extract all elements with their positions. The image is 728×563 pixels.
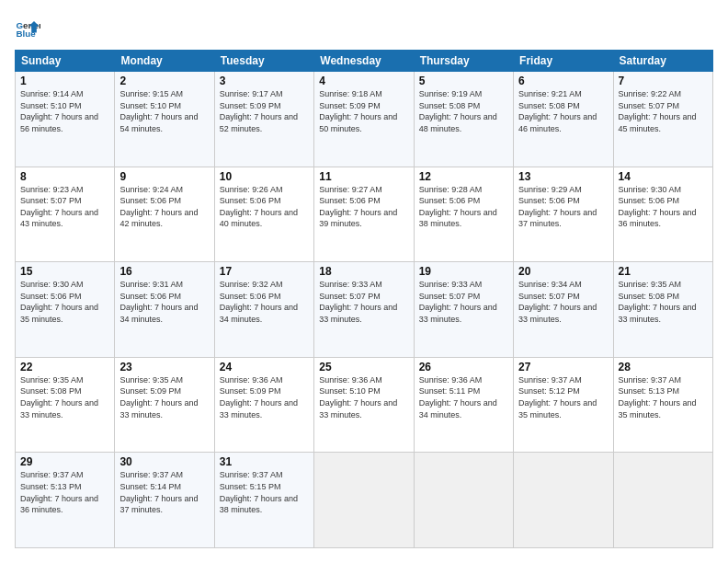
calendar-cell: 20 Sunrise: 9:34 AMSunset: 5:07 PMDaylig… [514, 262, 613, 358]
day-number: 10 [220, 170, 309, 183]
day-number: 23 [119, 361, 209, 373]
day-number: 29 [20, 455, 109, 468]
day-number: 31 [220, 455, 309, 468]
calendar-table: SundayMondayTuesdayWednesdayThursdayFrid… [15, 50, 713, 548]
calendar-cell: 4 Sunrise: 9:18 AMSunset: 5:09 PMDayligh… [314, 72, 414, 167]
calendar-cell [314, 453, 414, 548]
calendar-cell: 24 Sunrise: 9:36 AMSunset: 5:09 PMDaylig… [214, 357, 313, 453]
calendar-cell [414, 453, 513, 548]
day-info: Sunrise: 9:33 AMSunset: 5:07 PMDaylight:… [319, 280, 397, 324]
calendar-cell: 6 Sunrise: 9:21 AMSunset: 5:08 PMDayligh… [514, 72, 613, 167]
calendar-cell: 31 Sunrise: 9:37 AMSunset: 5:15 PMDaylig… [214, 453, 313, 548]
day-info: Sunrise: 9:35 AMSunset: 5:08 PMDaylight:… [619, 280, 697, 324]
day-info: Sunrise: 9:30 AMSunset: 5:06 PMDaylight:… [619, 185, 697, 229]
day-info: Sunrise: 9:21 AMSunset: 5:08 PMDaylight:… [518, 89, 597, 133]
day-info: Sunrise: 9:30 AMSunset: 5:06 PMDaylight:… [20, 280, 98, 324]
day-info: Sunrise: 9:24 AMSunset: 5:06 PMDaylight:… [119, 185, 198, 229]
calendar-cell: 8 Sunrise: 9:23 AMSunset: 5:07 PMDayligh… [16, 167, 115, 262]
day-number: 22 [20, 361, 109, 373]
calendar-cell: 27 Sunrise: 9:37 AMSunset: 5:12 PMDaylig… [514, 357, 613, 453]
day-info: Sunrise: 9:36 AMSunset: 5:11 PMDaylight:… [419, 375, 497, 419]
day-info: Sunrise: 9:37 AMSunset: 5:15 PMDaylight:… [220, 470, 298, 514]
day-info: Sunrise: 9:35 AMSunset: 5:08 PMDaylight:… [20, 375, 98, 419]
day-number: 17 [220, 265, 309, 278]
day-number: 1 [20, 75, 109, 87]
day-number: 5 [419, 75, 508, 87]
day-number: 6 [518, 75, 608, 87]
calendar-cell: 10 Sunrise: 9:26 AMSunset: 5:06 PMDaylig… [214, 167, 313, 262]
header: G eneral Blue [15, 15, 713, 40]
weekday-header-friday: Friday [514, 51, 613, 72]
day-info: Sunrise: 9:23 AMSunset: 5:07 PMDaylight:… [20, 185, 98, 229]
weekday-header-monday: Monday [115, 51, 214, 72]
day-info: Sunrise: 9:37 AMSunset: 5:14 PMDaylight:… [119, 470, 198, 514]
calendar-cell: 11 Sunrise: 9:27 AMSunset: 5:06 PMDaylig… [314, 167, 414, 262]
day-number: 26 [419, 361, 508, 373]
day-number: 4 [319, 75, 408, 87]
calendar-cell [514, 453, 613, 548]
day-info: Sunrise: 9:34 AMSunset: 5:07 PMDaylight:… [518, 280, 597, 324]
calendar-cell: 29 Sunrise: 9:37 AMSunset: 5:13 PMDaylig… [16, 453, 115, 548]
day-info: Sunrise: 9:32 AMSunset: 5:06 PMDaylight:… [220, 280, 298, 324]
day-info: Sunrise: 9:33 AMSunset: 5:07 PMDaylight:… [419, 280, 497, 324]
day-info: Sunrise: 9:18 AMSunset: 5:09 PMDaylight:… [319, 89, 397, 133]
day-number: 11 [319, 170, 408, 183]
weekday-header-saturday: Saturday [613, 51, 712, 72]
calendar-cell: 2 Sunrise: 9:15 AMSunset: 5:10 PMDayligh… [115, 72, 214, 167]
day-number: 30 [119, 455, 209, 468]
weekday-header-sunday: Sunday [16, 51, 115, 72]
calendar-cell: 12 Sunrise: 9:28 AMSunset: 5:06 PMDaylig… [414, 167, 513, 262]
calendar-cell: 13 Sunrise: 9:29 AMSunset: 5:06 PMDaylig… [514, 167, 613, 262]
weekday-header-thursday: Thursday [414, 51, 513, 72]
day-number: 25 [319, 361, 408, 373]
day-number: 18 [319, 265, 408, 278]
day-info: Sunrise: 9:36 AMSunset: 5:10 PMDaylight:… [319, 375, 397, 419]
day-number: 21 [619, 265, 708, 278]
day-info: Sunrise: 9:22 AMSunset: 5:07 PMDaylight:… [619, 89, 697, 133]
day-info: Sunrise: 9:37 AMSunset: 5:13 PMDaylight:… [619, 375, 697, 419]
logo: G eneral Blue [15, 15, 44, 40]
calendar-page: G eneral Blue SundayMondayTuesdayWednesd… [0, 0, 728, 563]
calendar-cell: 23 Sunrise: 9:35 AMSunset: 5:09 PMDaylig… [115, 357, 214, 453]
day-info: Sunrise: 9:17 AMSunset: 5:09 PMDaylight:… [220, 89, 298, 133]
calendar-cell: 30 Sunrise: 9:37 AMSunset: 5:14 PMDaylig… [115, 453, 214, 548]
calendar-cell: 15 Sunrise: 9:30 AMSunset: 5:06 PMDaylig… [16, 262, 115, 358]
day-info: Sunrise: 9:29 AMSunset: 5:06 PMDaylight:… [518, 185, 597, 229]
calendar-cell: 26 Sunrise: 9:36 AMSunset: 5:11 PMDaylig… [414, 357, 513, 453]
day-info: Sunrise: 9:37 AMSunset: 5:12 PMDaylight:… [518, 375, 597, 419]
calendar-cell: 1 Sunrise: 9:14 AMSunset: 5:10 PMDayligh… [16, 72, 115, 167]
day-number: 2 [119, 75, 209, 87]
calendar-cell: 22 Sunrise: 9:35 AMSunset: 5:08 PMDaylig… [16, 357, 115, 453]
calendar-cell: 25 Sunrise: 9:36 AMSunset: 5:10 PMDaylig… [314, 357, 414, 453]
calendar-cell: 14 Sunrise: 9:30 AMSunset: 5:06 PMDaylig… [613, 167, 712, 262]
day-info: Sunrise: 9:36 AMSunset: 5:09 PMDaylight:… [220, 375, 298, 419]
day-info: Sunrise: 9:26 AMSunset: 5:06 PMDaylight:… [220, 185, 298, 229]
calendar-cell: 9 Sunrise: 9:24 AMSunset: 5:06 PMDayligh… [115, 167, 214, 262]
calendar-cell: 7 Sunrise: 9:22 AMSunset: 5:07 PMDayligh… [613, 72, 712, 167]
day-number: 15 [20, 265, 109, 278]
day-info: Sunrise: 9:28 AMSunset: 5:06 PMDaylight:… [419, 185, 497, 229]
calendar-cell: 28 Sunrise: 9:37 AMSunset: 5:13 PMDaylig… [613, 357, 712, 453]
calendar-cell: 5 Sunrise: 9:19 AMSunset: 5:08 PMDayligh… [414, 72, 513, 167]
calendar-cell [613, 453, 712, 548]
day-number: 16 [119, 265, 209, 278]
day-info: Sunrise: 9:27 AMSunset: 5:06 PMDaylight:… [319, 185, 397, 229]
calendar-cell: 3 Sunrise: 9:17 AMSunset: 5:09 PMDayligh… [214, 72, 313, 167]
day-number: 20 [518, 265, 608, 278]
weekday-header-tuesday: Tuesday [214, 51, 313, 72]
day-number: 13 [518, 170, 608, 183]
day-number: 8 [20, 170, 109, 183]
day-info: Sunrise: 9:35 AMSunset: 5:09 PMDaylight:… [119, 375, 198, 419]
day-number: 7 [619, 75, 708, 87]
day-info: Sunrise: 9:14 AMSunset: 5:10 PMDaylight:… [20, 89, 98, 133]
day-number: 3 [220, 75, 309, 87]
day-info: Sunrise: 9:37 AMSunset: 5:13 PMDaylight:… [20, 470, 98, 514]
logo-icon: G eneral Blue [15, 15, 40, 40]
day-number: 12 [419, 170, 508, 183]
calendar-cell: 17 Sunrise: 9:32 AMSunset: 5:06 PMDaylig… [214, 262, 313, 358]
day-number: 19 [419, 265, 508, 278]
day-info: Sunrise: 9:15 AMSunset: 5:10 PMDaylight:… [119, 89, 198, 133]
calendar-cell: 21 Sunrise: 9:35 AMSunset: 5:08 PMDaylig… [613, 262, 712, 358]
day-number: 28 [619, 361, 708, 373]
calendar-cell: 16 Sunrise: 9:31 AMSunset: 5:06 PMDaylig… [115, 262, 214, 358]
